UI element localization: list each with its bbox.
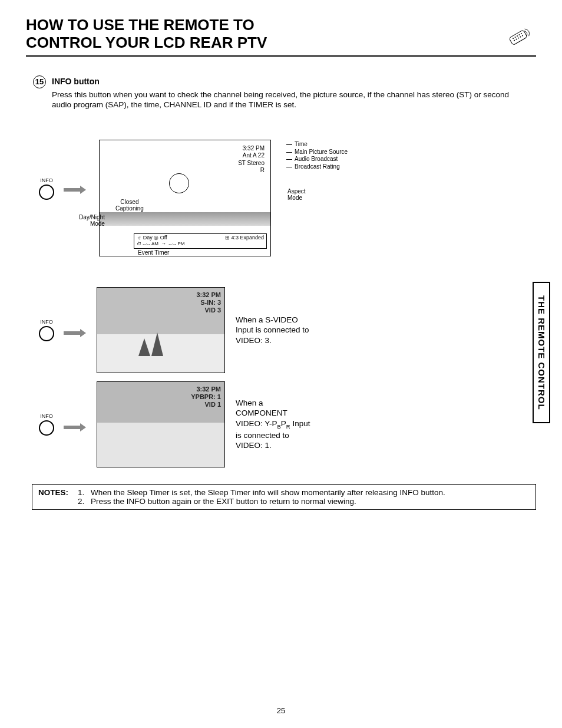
pointer-audio: Audio Broadcast [286,156,348,163]
osd-svideo-info: 3:32 PM S-IN: 3 VID 3 [196,291,221,315]
title-line-1: HOW TO USE THE REMOTE TO [26,17,267,34]
onscreen-info-list: 3:32 PM Ant A 22 ST Stereo R [238,145,265,174]
info-button-icon [39,326,54,341]
note-item: 2. Press the INFO button again or the EX… [78,497,445,506]
component-description: When a COMPONENT VIDEO: Y-PBPR Input is … [236,398,353,451]
tree-icon [151,332,163,356]
info-button-label: INFO [40,413,53,419]
title-line-2: CONTROL YOUR LCD REAR PTV [26,34,267,52]
pointer-event-timer: Event Timer [138,249,169,256]
arrow-small-icon: → [161,241,166,246]
tv-screen-svideo: 3:32 PM S-IN: 3 VID 3 [97,287,225,373]
remote-icon [503,28,536,52]
pointer-time: Time [286,141,348,149]
info-button-label: INFO [40,177,53,183]
info-button-title: INFO button [52,77,100,86]
figure-component: INFO 3:32 PM YPBPR: 1 VID 1 When a COMPO… [32,381,536,467]
osd-timer-am: ⏱ --:-- AM [137,241,158,246]
item-number-circle: 15 [33,75,46,88]
osd-overlay-bar: ☼ Day ◎ Off ⊞ 4:3 Expanded ⏱ --:-- AM → … [134,233,267,249]
notes-box: NOTES: 1. When the Sleep Timer is set, t… [32,484,536,510]
osd-timer-pm: --:-- PM [168,241,184,246]
svideo-description: When a S-VIDEO Input is connected to VID… [236,315,353,346]
arrow-right-icon [64,186,87,194]
info-button-section: 15 INFO button Press this button when yo… [26,75,536,110]
info-button-description: Press this button when you want to check… [52,90,529,110]
note-item: 1. When the Sleep Timer is set, the Slee… [78,488,445,497]
page-number: 25 [0,706,562,715]
info-button-icon [39,420,54,436]
pointer-closed-captioning: Closed Captioning [115,199,144,212]
osd-component-info: 3:32 PM YPBPR: 1 VID 1 [191,386,221,409]
section-tab: THE REMOTE CONTROL [533,282,550,423]
arrow-right-icon [64,329,87,337]
figure-svideo: INFO 3:32 PM S-IN: 3 VID 3 When a S-VIDE… [32,287,536,373]
osd-day-off: ☼ Day ◎ Off [137,235,167,241]
tree-icon [138,338,150,356]
tv-screen-main: 3:32 PM Ant A 22 ST Stereo R ☼ Day ◎ Off… [99,140,271,256]
figure-info-display: INFO 3:32 PM Ant A 22 ST Stereo R ☼ Day [32,140,536,263]
page-title: HOW TO USE THE REMOTE TO CONTROL YOUR LC… [26,17,267,52]
notes-label: NOTES: [38,488,68,506]
page-title-block: HOW TO USE THE REMOTE TO CONTROL YOUR LC… [26,17,536,57]
label-pointers: Time Main Picture Source Audio Broadcast… [286,141,348,171]
pointer-day-night: Day/Night Mode [79,214,105,227]
pointer-source: Main Picture Source [286,149,348,156]
osd-audio: ST Stereo [238,160,265,167]
osd-source: Ant A 22 [238,152,265,160]
info-button-label: INFO [40,319,53,325]
notes-list: 1. When the Sleep Timer is set, the Slee… [78,488,445,506]
osd-aspect: ⊞ 4:3 Expanded [225,235,264,241]
svg-rect-0 [509,29,527,45]
info-button-icon [39,185,54,200]
arrow-right-icon [64,423,87,431]
osd-time: 3:32 PM [238,145,265,153]
pointer-rating: Broadcast Rating [286,163,348,171]
pointer-aspect: Aspect Mode [287,188,306,201]
osd-rating: R [238,167,265,174]
section-tab-label: THE REMOTE CONTROL [537,295,547,410]
tv-screen-component: 3:32 PM YPBPR: 1 VID 1 [97,381,225,467]
sun-icon [169,173,189,193]
